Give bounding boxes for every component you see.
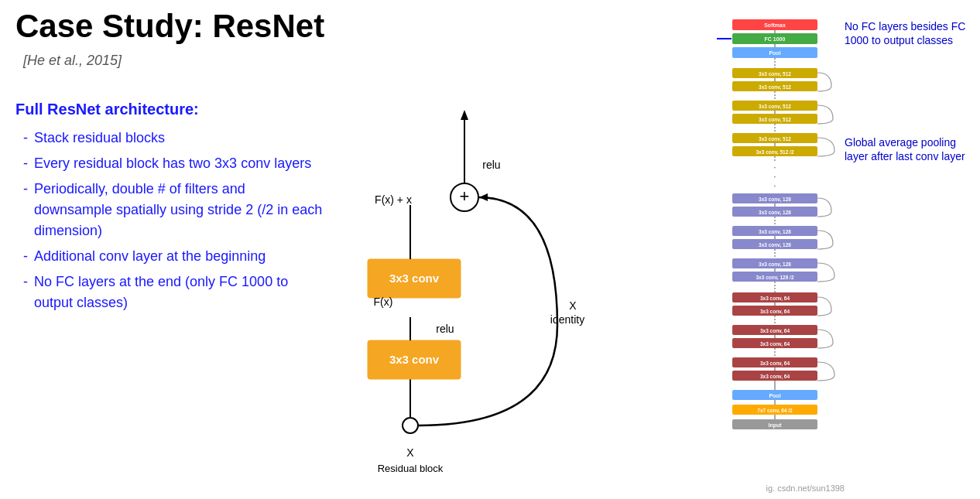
watermark: ig. csdn.net/sun1398: [766, 484, 845, 493]
bullet-text-1: Stack residual blocks: [34, 128, 165, 149]
dash-2: -: [23, 153, 28, 174]
bullet-list: - Stack residual blocks - Every residual…: [23, 128, 325, 318]
svg-text:Pool: Pool: [769, 393, 780, 398]
svg-text:3x3 conv, 64: 3x3 conv, 64: [760, 341, 790, 347]
bullet-text-3: Periodically, double # of filters and do…: [34, 179, 325, 241]
bullet-text-4: Additional conv layer at the beginning: [34, 246, 266, 267]
svg-text:3x3 conv, 64: 3x3 conv, 64: [760, 374, 790, 380]
x-identity-label: X: [569, 299, 577, 312]
svg-text:3x3 conv, 512: 3x3 conv, 512: [759, 117, 791, 123]
dash-3: -: [23, 179, 28, 241]
x-circle: [403, 418, 418, 433]
bullet-2: - Every residual block has two 3x3 conv …: [23, 153, 325, 174]
svg-text:3x3 conv, 64: 3x3 conv, 64: [760, 361, 790, 367]
arch-title: Full ResNet architecture:: [15, 101, 199, 118]
svg-text:3x3 conv, 128: 3x3 conv, 128: [759, 242, 791, 248]
residual-label: Residual block: [378, 463, 444, 472]
pool-top-label: Pool: [769, 50, 780, 56]
svg-text:3x3 conv, 64: 3x3 conv, 64: [760, 328, 790, 334]
skip-arrow: [479, 193, 488, 201]
dash-1: -: [23, 128, 28, 149]
network-diagram: Softmax FC 1000 Pool 3x3 conv, 512 3x3 c…: [717, 8, 841, 491]
fx-plus-x-label: F(x) + x: [375, 193, 412, 206]
dash-5: -: [23, 272, 28, 313]
residual-diagram: X Residual block 3x3 conv relu 3x3 conv …: [310, 54, 635, 472]
svg-text:3x3 conv, 128 /2: 3x3 conv, 128 /2: [756, 275, 793, 281]
fc1000-label: FC 1000: [765, 36, 786, 42]
svg-text:Input: Input: [768, 422, 782, 429]
identity-label: identity: [550, 313, 584, 326]
softmax-label: Softmax: [764, 22, 786, 28]
bullet-text-5: No FC layers at the end (only FC 1000 to…: [34, 272, 325, 313]
fc-annotation: No FC layers besides FC 1000 to output c…: [845, 19, 972, 47]
relu-mid-label: relu: [436, 323, 454, 335]
page-title: Case Study: ResNet: [15, 8, 324, 45]
svg-text:3x3 conv, 512: 3x3 conv, 512: [759, 84, 791, 91]
relu-top-label: relu: [482, 159, 500, 171]
svg-text:3x3 conv, 128: 3x3 conv, 128: [759, 197, 791, 203]
svg-text:3x3 conv, 64: 3x3 conv, 64: [760, 296, 790, 302]
svg-text:3x3 conv, 128: 3x3 conv, 128: [759, 210, 791, 216]
pool-annotation: Global average pooling layer after last …: [845, 135, 972, 163]
svg-text:3x3 conv, 128: 3x3 conv, 128: [759, 229, 791, 235]
bullet-4: - Additional conv layer at the beginning: [23, 246, 325, 267]
bullet-5: - No FC layers at the end (only FC 1000 …: [23, 272, 325, 313]
skip-connection: [418, 197, 557, 426]
x-label: X: [406, 446, 414, 459]
bullet-text-2: Every residual block has two 3x3 conv la…: [34, 153, 311, 174]
bullet-3: - Periodically, double # of filters and …: [23, 179, 325, 241]
subtitle: [He et al., 2015]: [23, 53, 122, 69]
svg-text:3x3 conv, 512: 3x3 conv, 512: [759, 136, 791, 142]
svg-text:3x3 conv, 512: 3x3 conv, 512: [759, 104, 791, 110]
svg-text:7x7 conv, 64 /2: 7x7 conv, 64 /2: [757, 408, 793, 414]
svg-text:·: ·: [773, 180, 776, 191]
svg-text:3x3 conv, 512 /2: 3x3 conv, 512 /2: [756, 149, 793, 156]
svg-text:3x3 conv, 64: 3x3 conv, 64: [760, 309, 790, 315]
plus-symbol: +: [460, 186, 470, 206]
arrow-up: [461, 110, 468, 120]
conv2-label: 3x3 conv: [389, 353, 440, 366]
fx-label: F(x): [374, 296, 393, 308]
svg-text:3x3 conv, 128: 3x3 conv, 128: [759, 261, 791, 268]
svg-text:3x3 conv, 512: 3x3 conv, 512: [759, 71, 791, 77]
bullet-1: - Stack residual blocks: [23, 128, 325, 149]
dash-4: -: [23, 246, 28, 267]
conv1-label: 3x3 conv: [389, 272, 440, 285]
